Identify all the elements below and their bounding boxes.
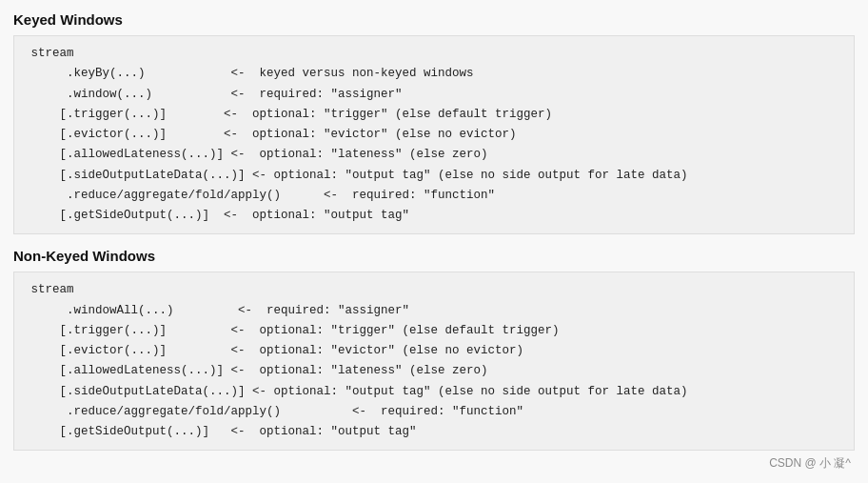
non-keyed-windows-section: Non-Keyed Windows stream .windowAll(...)… <box>13 248 855 451</box>
non-keyed-windows-title: Non-Keyed Windows <box>13 248 855 264</box>
keyed-windows-section: Keyed Windows stream .keyBy(...) <- keye… <box>13 11 855 234</box>
page-container: Keyed Windows stream .keyBy(...) <- keye… <box>13 11 855 451</box>
watermark: CSDN @ 小 凝^ <box>769 455 851 472</box>
keyed-windows-title: Keyed Windows <box>13 11 855 28</box>
non-keyed-windows-code: stream .windowAll(...) <- required: "ass… <box>13 272 855 451</box>
keyed-windows-code: stream .keyBy(...) <- keyed versus non-k… <box>13 35 855 234</box>
